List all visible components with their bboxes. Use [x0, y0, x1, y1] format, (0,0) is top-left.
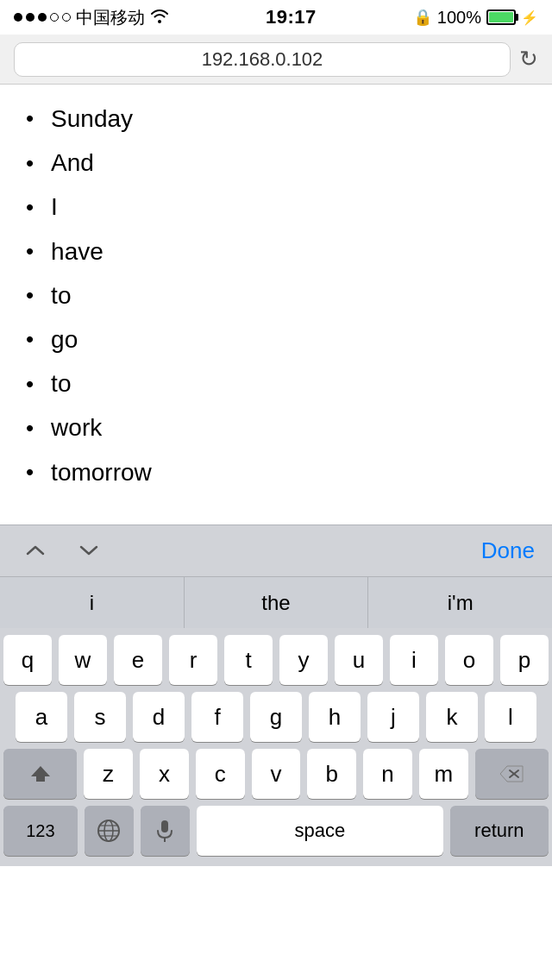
key-l[interactable]: l	[485, 692, 536, 742]
battery-percent: 100%	[437, 8, 481, 28]
globe-button[interactable]	[85, 806, 134, 856]
dot3	[38, 13, 47, 22]
predictive-bar: i the i'm	[0, 576, 552, 628]
key-j[interactable]: j	[367, 692, 419, 742]
key-t[interactable]: t	[224, 635, 273, 685]
suggestion-3[interactable]: i'm	[368, 577, 552, 628]
dot4	[50, 13, 59, 22]
key-f[interactable]: f	[191, 692, 243, 742]
keyboard: q w e r t y u i o p a s d f g h j k l z …	[0, 628, 552, 866]
signal-dots	[14, 13, 71, 22]
key-e[interactable]: e	[114, 635, 162, 685]
bullet-list: SundayAndIhavetogotoworktomorrow	[26, 102, 526, 489]
wifi-icon	[150, 8, 169, 28]
key-y[interactable]: y	[279, 635, 328, 685]
keyboard-toolbar: Done	[0, 525, 552, 576]
lock-icon: 🔒	[413, 8, 432, 27]
refresh-button[interactable]: ↻	[519, 46, 538, 72]
list-item: tomorrow	[26, 455, 526, 489]
content-area: SundayAndIhavetogotoworktomorrow	[0, 85, 552, 525]
toolbar-nav	[17, 535, 107, 568]
browser-bar: 192.168.0.102 ↻	[0, 35, 552, 85]
key-d[interactable]: d	[133, 692, 185, 742]
key-m[interactable]: m	[419, 749, 468, 799]
space-button[interactable]: space	[197, 806, 443, 856]
key-h[interactable]: h	[309, 692, 361, 742]
key-row-2: a s d f g h j k l	[3, 692, 549, 742]
numbers-button[interactable]: 123	[3, 806, 78, 856]
key-z[interactable]: z	[84, 749, 133, 799]
list-item: work	[26, 411, 526, 444]
dot2	[26, 13, 34, 22]
shift-button[interactable]	[3, 749, 77, 799]
mic-button[interactable]	[141, 806, 190, 856]
charging-icon: ⚡	[521, 9, 538, 26]
key-row-4: 123 space return	[3, 806, 549, 856]
key-g[interactable]: g	[250, 692, 302, 742]
suggestion-1[interactable]: i	[0, 577, 185, 628]
list-item: Sunday	[26, 102, 526, 135]
key-row-1: q w e r t y u i o p	[3, 635, 549, 685]
key-row-3: z x c v b n m	[3, 749, 549, 799]
nav-down-button[interactable]	[71, 535, 107, 568]
svg-rect-8	[161, 820, 168, 832]
key-c[interactable]: c	[196, 749, 245, 799]
list-item: go	[26, 323, 526, 356]
url-text: 192.168.0.102	[202, 48, 323, 71]
dot5	[62, 13, 71, 22]
list-item: And	[26, 146, 526, 179]
dot1	[14, 13, 22, 22]
done-button[interactable]: Done	[481, 537, 535, 564]
list-item: I	[26, 190, 526, 223]
status-time: 19:17	[266, 6, 317, 28]
key-a[interactable]: a	[16, 692, 67, 742]
svg-marker-0	[31, 766, 50, 782]
key-s[interactable]: s	[74, 692, 126, 742]
key-n[interactable]: n	[363, 749, 412, 799]
key-q[interactable]: q	[3, 635, 52, 685]
status-left: 中国移动	[14, 6, 169, 29]
battery-icon	[486, 9, 516, 25]
key-w[interactable]: w	[59, 635, 107, 685]
key-k[interactable]: k	[426, 692, 478, 742]
suggestion-2[interactable]: the	[185, 577, 369, 628]
list-item: to	[26, 367, 526, 400]
key-o[interactable]: o	[445, 635, 493, 685]
key-i[interactable]: i	[390, 635, 438, 685]
carrier-text: 中国移动	[76, 6, 145, 29]
list-item: to	[26, 279, 526, 312]
list-item: have	[26, 235, 526, 268]
return-button[interactable]: return	[450, 806, 549, 856]
key-u[interactable]: u	[335, 635, 383, 685]
key-x[interactable]: x	[140, 749, 189, 799]
backspace-button[interactable]	[475, 749, 549, 799]
status-right: 🔒 100% ⚡	[413, 8, 538, 28]
status-bar: 中国移动 19:17 🔒 100% ⚡	[0, 0, 552, 35]
key-v[interactable]: v	[252, 749, 301, 799]
url-bar[interactable]: 192.168.0.102	[14, 42, 511, 77]
key-r[interactable]: r	[169, 635, 217, 685]
key-p[interactable]: p	[500, 635, 549, 685]
key-b[interactable]: b	[307, 749, 356, 799]
nav-up-button[interactable]	[17, 535, 53, 568]
